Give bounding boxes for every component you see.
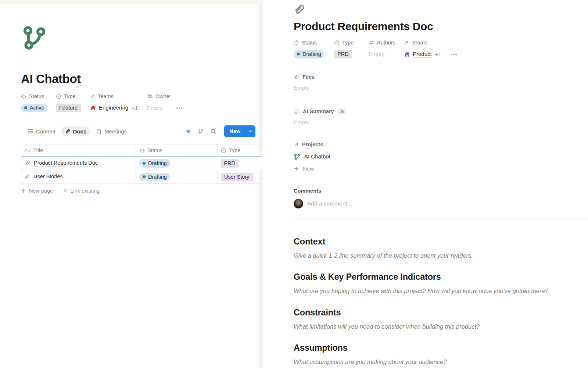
link-existing-button[interactable]: Link existing (62, 188, 100, 194)
text-lines-icon (294, 108, 300, 114)
home-icon-purple (404, 51, 410, 57)
table-row-product-requirements-doc[interactable]: Product Requirements Doc Drafting PRD (21, 156, 262, 170)
owner-property-label[interactable]: Owner (147, 93, 262, 99)
ai-summary-section: AI Summary AI Empty (294, 108, 588, 125)
status-property-label[interactable]: Status (294, 40, 334, 46)
projects-label[interactable]: Projects (294, 142, 588, 147)
project-link-ai-chatbot[interactable]: AI Chatbot (294, 153, 588, 160)
column-header-type[interactable]: Type (218, 144, 262, 156)
chevron-down-icon (248, 129, 252, 133)
cover-strip[interactable] (0, 0, 262, 4)
add-project-button[interactable]: New (294, 165, 588, 172)
type-select-icon (334, 40, 340, 46)
arrow-up-right-icon (62, 189, 67, 193)
peek-property-values-row: Drafting PRD Empty Product +1 (294, 50, 588, 58)
type-select-icon (56, 94, 61, 99)
row-status-pill[interactable]: Drafting (139, 173, 170, 181)
page-title: AI Chatbot (21, 72, 262, 86)
team-link-engineering: Engineering (99, 104, 128, 111)
paperclip-page-icon[interactable] (294, 4, 305, 15)
status-pill: Drafting (294, 50, 325, 58)
status-spinner-icon (139, 148, 145, 153)
row-type-pill[interactable]: User Story (221, 173, 253, 181)
owner-property-value[interactable]: Empty ••• (147, 105, 262, 111)
table-footer: New page Link existing (21, 188, 262, 194)
workflow-icon[interactable] (21, 24, 48, 51)
home-icon-red (90, 105, 96, 111)
property-values-row: Active Feature Engineering +1 (21, 103, 262, 112)
new-button-dropdown[interactable] (245, 125, 255, 137)
table-row-user-stories[interactable]: User Stories Drafting User Story (21, 170, 262, 184)
authors-property-value[interactable]: Empty (369, 51, 404, 57)
new-button[interactable]: New (224, 125, 255, 137)
document-body: Context Give a quick 1-2 line summary of… (294, 237, 551, 368)
arrow-up-right-icon (90, 94, 95, 99)
comments-label: Comments (294, 188, 588, 194)
status-spinner-icon (294, 40, 299, 46)
plus-icon (294, 166, 299, 171)
arrow-up-right-icon (294, 142, 299, 147)
files-label[interactable]: Files (294, 74, 588, 80)
doc-desc-assumptions[interactable]: What assumptions are you making about yo… (294, 358, 551, 366)
ai-summary-empty-value[interactable]: Empty (294, 119, 588, 125)
column-header-title[interactable]: Aa Title (21, 144, 136, 156)
project-page-pane: AI Chatbot Status Type (0, 0, 262, 368)
sort-icon[interactable] (198, 128, 204, 135)
type-property-label[interactable]: Type (56, 93, 90, 99)
workflow-icon (294, 153, 301, 160)
doc-heading-context[interactable]: Context (294, 237, 551, 247)
status-dot (24, 106, 27, 109)
list-icon (28, 128, 33, 134)
comment-placeholder[interactable]: Add a comment... (307, 200, 352, 207)
peek-page-title: Product Requirements Doc (294, 20, 588, 33)
ai-summary-label[interactable]: AI Summary AI (294, 108, 588, 114)
doc-heading-constraints[interactable]: Constraints (294, 308, 551, 318)
teams-property-value[interactable]: Product +1 ••• (404, 51, 588, 58)
more-properties-button[interactable]: ••• (451, 51, 458, 57)
status-property-value[interactable]: Active (21, 104, 56, 112)
teams-property-label[interactable]: Teams (90, 93, 147, 99)
row-title-link[interactable]: User Stories (33, 174, 63, 180)
tab-meetings[interactable]: Meetings (92, 126, 130, 136)
tab-docs[interactable]: Docs (61, 126, 90, 136)
doc-desc-goals[interactable]: What are you hoping to achieve with this… (294, 287, 551, 295)
comments-section: Comments Add a comment... (294, 188, 588, 208)
headset-icon (96, 128, 102, 134)
more-properties-button[interactable]: ••• (176, 105, 184, 111)
paperclip-icon (294, 74, 299, 80)
row-title-link[interactable]: Product Requirements Doc (34, 160, 98, 167)
row-type-pill[interactable]: PRD (220, 159, 239, 168)
people-icon (369, 40, 374, 46)
paperclip-icon (24, 174, 30, 180)
type-property-label[interactable]: Type (334, 40, 369, 46)
table-header: Aa Title Status (21, 144, 262, 157)
doc-heading-goals[interactable]: Goals & Key Performance Indicators (294, 272, 551, 282)
teams-property-value[interactable]: Engineering +1 (90, 104, 147, 111)
comment-input-row[interactable]: Add a comment... (294, 199, 588, 208)
status-dot (143, 162, 146, 165)
toolbar-actions: New (185, 125, 255, 137)
side-peek-panel: Product Requirements Doc Status (262, 0, 588, 368)
new-page-button[interactable]: New page (21, 188, 53, 194)
doc-heading-assumptions[interactable]: Assumptions (294, 343, 551, 353)
row-status-pill[interactable]: Drafting (139, 159, 170, 168)
status-dot (143, 175, 146, 178)
column-header-status[interactable]: Status (136, 144, 218, 156)
type-property-value[interactable]: PRD (334, 50, 369, 58)
type-select-icon (221, 148, 226, 153)
doc-desc-constraints[interactable]: What limitations will you need to consid… (294, 322, 551, 331)
teams-extra-count: +1 (435, 51, 441, 57)
teams-property-label[interactable]: Teams (404, 40, 588, 46)
type-property-value[interactable]: Feature (56, 104, 90, 112)
search-icon[interactable] (210, 128, 216, 135)
status-property-label[interactable]: Status (21, 93, 56, 99)
authors-property-label[interactable]: Authors (369, 40, 404, 46)
status-spinner-icon (21, 94, 26, 99)
arrow-up-right-icon (404, 40, 409, 45)
teams-extra-count: +1 (132, 105, 138, 111)
status-property-value[interactable]: Drafting (294, 50, 334, 58)
tab-content[interactable]: Content (24, 126, 59, 136)
filter-icon[interactable] (185, 128, 191, 135)
files-empty-value[interactable]: Empty (294, 85, 588, 91)
doc-desc-context[interactable]: Give a quick 1-2 line summary of the pro… (294, 251, 551, 260)
